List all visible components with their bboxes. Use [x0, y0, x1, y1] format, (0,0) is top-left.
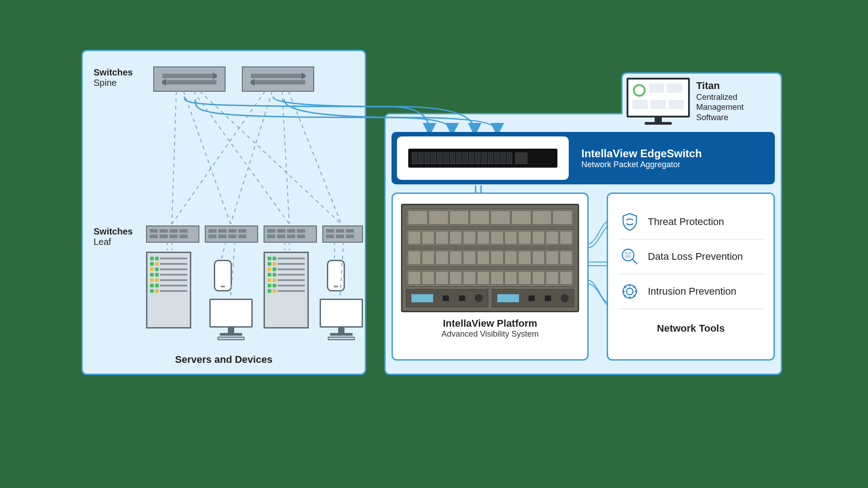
tool-label: Intrusion Prevention [648, 286, 736, 297]
edgeswitch-band: IntellaView EdgeSwitch Network Packet Ag… [392, 132, 775, 184]
platform-sub: Advanced Visibility System [401, 329, 579, 339]
divider [618, 274, 764, 274]
phone-icon [214, 260, 232, 291]
tool-item-dlp: 0110 1001 Data Loss Prevention [618, 240, 764, 273]
leaf-switch-icon [146, 225, 199, 243]
divider [618, 239, 764, 239]
tool-label: Threat Protection [648, 216, 724, 228]
titan-label: Titan Centralized Management Software [696, 80, 744, 122]
spine-label: Switches Spine [94, 67, 133, 88]
titan-sub-1: Centralized [696, 93, 737, 102]
tool-item-intrusion: Intrusion Prevention [618, 275, 764, 308]
spine-switch-icon [153, 66, 226, 92]
leaf-label: Switches Leaf [94, 226, 133, 247]
left-panel: Switches Spine Switches Leaf [81, 50, 366, 375]
platform-title: IntellaView Platform [401, 318, 579, 329]
spine-label-bold: Switches [94, 67, 133, 78]
divider [618, 309, 764, 309]
leaf-label-bold: Switches [94, 226, 133, 237]
data-search-icon: 0110 1001 [620, 247, 640, 267]
tool-label: Data Loss Prevention [648, 251, 743, 263]
shield-icon [620, 212, 640, 232]
gear-shield-icon [620, 282, 640, 301]
edgeswitch-device-icon [408, 149, 557, 168]
leaf-label-sub: Leaf [94, 237, 133, 247]
spine-label-sub: Spine [94, 78, 133, 88]
platform-chassis-icon [401, 204, 579, 312]
network-tools-title: Network Tools [618, 323, 764, 334]
titan-sub-3: Software [696, 113, 728, 122]
platform-box: IntellaView Platform Advanced Visibility… [392, 192, 589, 361]
diagram-root: Switches Spine Switches Leaf [81, 50, 787, 411]
leaf-switch-icon [205, 225, 258, 243]
tool-item-threat: Threat Protection [618, 206, 764, 238]
svg-point-3 [627, 288, 633, 295]
svg-point-4 [623, 285, 636, 298]
server-icon [146, 252, 191, 328]
edgeswitch-device-wrap [397, 136, 569, 180]
titan-sub-2: Management [696, 103, 744, 112]
edgeswitch-sub: Network Packet Aggregator [581, 160, 702, 169]
network-tools-box: Threat Protection 0110 1001 Data Loss Pr… [607, 192, 775, 361]
phone-icon [327, 260, 345, 291]
edgeswitch-title: IntellaView EdgeSwitch [581, 147, 702, 160]
titan-monitor-icon [627, 78, 690, 125]
spine-switch-icon [242, 66, 314, 92]
platform-label: IntellaView Platform Advanced Visibility… [401, 318, 579, 339]
svg-text:1001: 1001 [625, 255, 632, 258]
svg-text:0110: 0110 [625, 252, 632, 255]
leaf-switch-icon [264, 225, 317, 243]
monitor-icon [320, 299, 363, 340]
monitor-icon [209, 299, 253, 340]
server-icon [264, 252, 309, 328]
leaf-switch-icon [322, 225, 363, 243]
servers-devices-label: Servers and Devices [83, 354, 365, 366]
titan-title: Titan [696, 80, 744, 92]
edgeswitch-label: IntellaView EdgeSwitch Network Packet Ag… [581, 147, 702, 169]
